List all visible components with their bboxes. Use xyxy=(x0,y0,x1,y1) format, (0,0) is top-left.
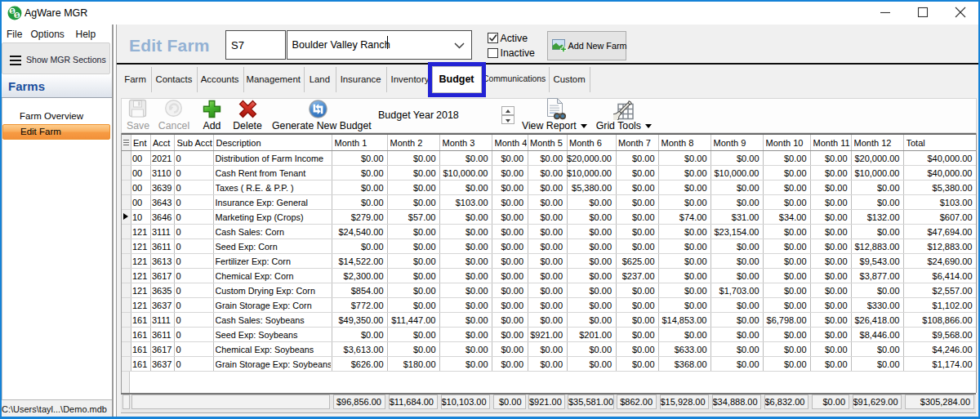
svg-text:$: $ xyxy=(11,8,14,15)
svg-text:$: $ xyxy=(16,12,19,19)
